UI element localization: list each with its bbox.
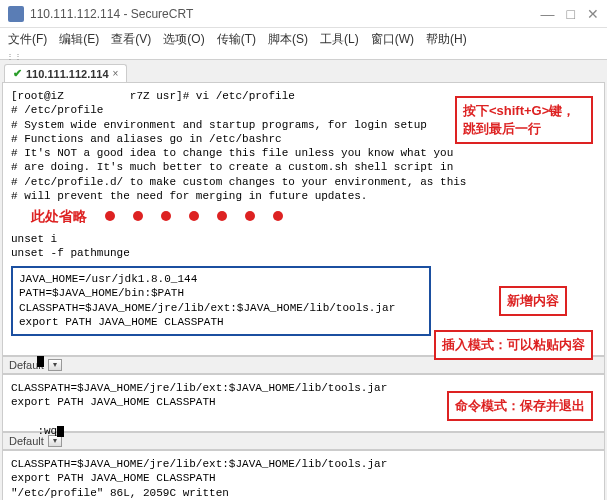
- check-icon: ✔: [13, 67, 22, 80]
- menu-file[interactable]: 文件(F): [4, 29, 51, 50]
- red-dot-icon: [245, 211, 255, 221]
- menubar: 文件(F) 编辑(E) 查看(V) 选项(O) 传输(T) 脚本(S) 工具(L…: [0, 28, 607, 50]
- annotation-shift-g: 按下<shift+G>键， 跳到最后一行: [455, 96, 593, 144]
- red-dot-icon: [105, 211, 115, 221]
- menu-edit[interactable]: 编辑(E): [55, 29, 103, 50]
- red-dot-icon: [189, 211, 199, 221]
- annotation-command-mode: 命令模式：保存并退出: [447, 391, 593, 421]
- toolbar-grip: ⋮⋮: [0, 50, 607, 60]
- red-dot-icon: [133, 211, 143, 221]
- tab-bar: ✔ 110.111.112.114 ×: [0, 60, 607, 82]
- red-dot-icon: [161, 211, 171, 221]
- cursor-block: [37, 356, 44, 367]
- highlighted-block: JAVA_HOME=/usr/jdk1.8.0_144 PATH=$JAVA_H…: [11, 266, 431, 336]
- red-dot-icon: [273, 211, 283, 221]
- tab-label: 110.111.112.114: [26, 68, 109, 80]
- menu-options[interactable]: 选项(O): [159, 29, 208, 50]
- annotation-insert-mode: 插入模式：可以粘贴内容: [434, 330, 593, 360]
- menu-tools[interactable]: 工具(L): [316, 29, 363, 50]
- menu-window[interactable]: 窗口(W): [367, 29, 418, 50]
- window-maximize-button[interactable]: □: [567, 6, 575, 22]
- window-minimize-button[interactable]: —: [541, 6, 555, 22]
- menu-help[interactable]: 帮助(H): [422, 29, 471, 50]
- session-tab[interactable]: ✔ 110.111.112.114 ×: [4, 64, 127, 82]
- window-title: 110.111.112.114 - SecureCRT: [30, 7, 541, 21]
- window-close-button[interactable]: ✕: [587, 6, 599, 22]
- omitted-marker: 此处省略: [31, 207, 596, 225]
- terminal-pane-bot[interactable]: CLASSPATH=$JAVA_HOME/jre/lib/ext:$JAVA_H…: [2, 450, 605, 500]
- red-dot-icon: [217, 211, 227, 221]
- cursor-block: [57, 426, 64, 437]
- window-titlebar: 110.111.112.114 - SecureCRT — □ ✕: [0, 0, 607, 28]
- menu-view[interactable]: 查看(V): [107, 29, 155, 50]
- menu-script[interactable]: 脚本(S): [264, 29, 312, 50]
- annotation-new-content: 新增内容: [499, 286, 567, 316]
- app-icon: [8, 6, 24, 22]
- tab-close-button[interactable]: ×: [113, 68, 119, 79]
- menu-transfer[interactable]: 传输(T): [213, 29, 260, 50]
